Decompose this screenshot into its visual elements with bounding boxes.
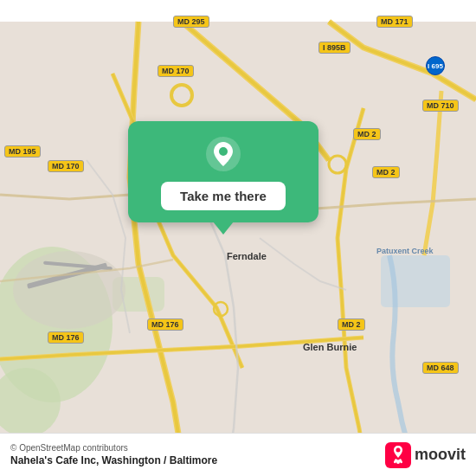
- road-badge-md176a: MD 176: [48, 331, 84, 344]
- road-badge-md195: MD 195: [4, 145, 41, 158]
- road-badge-md710: MD 710: [422, 100, 459, 112]
- road-badge-md2a: MD 2: [353, 128, 381, 140]
- road-badge-md295: MD 295: [173, 16, 209, 28]
- map-container: MD 295 MD 171 I 895B I 695 MD 170 MD 2 M…: [0, 0, 476, 476]
- svg-rect-4: [381, 255, 450, 307]
- svg-point-1: [0, 247, 113, 402]
- svg-point-11: [214, 302, 228, 316]
- location-pin-icon: [204, 135, 242, 173]
- svg-rect-3: [113, 277, 164, 312]
- moovit-icon: [385, 442, 411, 468]
- svg-point-9: [329, 156, 346, 173]
- road-badge-md176b: MD 176: [147, 318, 183, 331]
- road-badge-i895b: I 895B: [318, 42, 351, 54]
- moovit-logo: moovit: [385, 442, 466, 468]
- attribution-text: © OpenStreetMap contributors: [10, 443, 217, 453]
- svg-point-15: [396, 447, 400, 452]
- bottom-bar: © OpenStreetMap contributors Nahela's Ca…: [0, 433, 476, 476]
- svg-point-8: [171, 85, 192, 106]
- take-me-there-button[interactable]: Take me there: [161, 182, 286, 210]
- road-badge-i695: I 695: [426, 56, 445, 75]
- svg-rect-6: [27, 262, 107, 288]
- road-badge-md170b: MD 170: [48, 160, 84, 172]
- place-label: Nahela's Cafe Inc, Washington / Baltimor…: [10, 454, 217, 466]
- svg-point-2: [0, 368, 61, 437]
- svg-point-5: [13, 251, 125, 329]
- moovit-text: moovit: [415, 446, 466, 464]
- label-glen-burnie: Glen Burnie: [303, 342, 357, 352]
- svg-rect-0: [0, 22, 476, 454]
- road-badge-md2b: MD 2: [372, 166, 400, 178]
- svg-point-13: [219, 147, 228, 156]
- svg-rect-7: [43, 261, 113, 271]
- road-badge-md171: MD 171: [376, 16, 413, 28]
- road-badge-md648: MD 648: [422, 362, 459, 374]
- road-badge-md2c: MD 2: [338, 318, 365, 331]
- label-creek: Patuxent Creek: [376, 247, 434, 255]
- label-ferndale: Ferndale: [227, 251, 267, 261]
- popup-card: Take me there: [128, 121, 318, 222]
- road-badge-md170a: MD 170: [158, 65, 194, 77]
